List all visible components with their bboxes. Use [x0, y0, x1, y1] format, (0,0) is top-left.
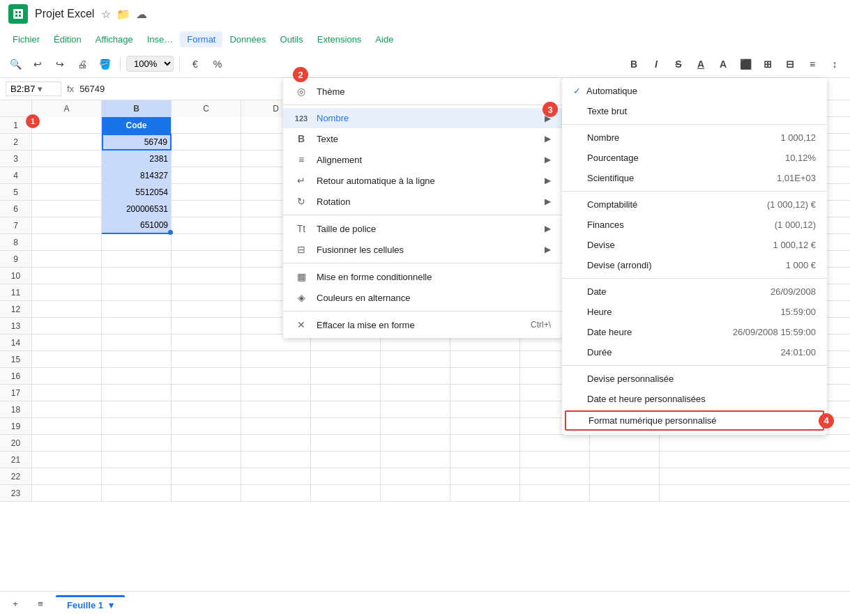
- cell-B2[interactable]: 56749: [102, 134, 172, 151]
- col-header-A[interactable]: A: [32, 100, 102, 117]
- sheet-tab-1[interactable]: Feuille 1 ▾: [56, 595, 125, 613]
- menu-alignement[interactable]: ≡ Alignement ▶: [283, 149, 562, 170]
- menu-rotation[interactable]: ↻ Rotation ▶: [283, 191, 562, 212]
- menu-insertion[interactable]: Inse…: [140, 31, 181, 47]
- submenu-automatique[interactable]: ✓ Automatique: [562, 81, 827, 101]
- search-btn[interactable]: 🔍: [6, 54, 25, 74]
- menu-fusionner[interactable]: ⊟ Fusionner les cellules ▶: [283, 239, 562, 260]
- cell-A2[interactable]: [32, 134, 102, 151]
- cell-A5[interactable]: [32, 184, 102, 201]
- submenu-finances[interactable]: Finances (1 000,12): [562, 215, 827, 235]
- fill-color-btn[interactable]: ⬛: [736, 54, 755, 74]
- folder-icon[interactable]: 📁: [116, 8, 130, 21]
- cell-C1[interactable]: [172, 117, 241, 134]
- submenu-heure[interactable]: Heure 15:59:00: [562, 302, 827, 322]
- cell-C3[interactable]: [172, 151, 241, 167]
- row-number[interactable]: 6: [0, 201, 32, 217]
- cell-C5[interactable]: [172, 184, 241, 201]
- menu-rotation-label: Rotation: [317, 197, 536, 207]
- row-number[interactable]: 2: [0, 134, 32, 150]
- row-number[interactable]: 4: [0, 167, 32, 183]
- submenu-texte-brut[interactable]: Texte brut: [562, 101, 827, 121]
- submenu-pourcentage[interactable]: Pourcentage 10,12%: [562, 148, 827, 168]
- strikethrough-btn[interactable]: S: [669, 54, 688, 74]
- underline-btn[interactable]: A: [691, 54, 711, 74]
- menu-format[interactable]: Format: [180, 31, 222, 47]
- app-icon: [8, 4, 28, 24]
- menu-edition[interactable]: Édition: [47, 31, 89, 47]
- cell-B5[interactable]: 5512054: [102, 184, 172, 201]
- dropdown-icon[interactable]: ▾: [38, 84, 43, 94]
- merge-btn[interactable]: ⊟: [780, 54, 800, 74]
- halign-btn[interactable]: ≡: [803, 54, 822, 74]
- sheet-tab-dropdown[interactable]: ▾: [109, 600, 114, 610]
- texte-arrow: ▶: [545, 134, 551, 144]
- submenu-date-heure[interactable]: Date heure 26/09/2008 15:59:00: [562, 322, 827, 342]
- cell-A7[interactable]: [32, 217, 102, 234]
- row-number[interactable]: 7: [0, 217, 32, 233]
- cell-B3[interactable]: 2381: [102, 151, 172, 167]
- cell-B7[interactable]: 651009: [102, 217, 172, 234]
- menu-retour[interactable]: ↵ Retour automatique à la ligne ▶: [283, 170, 562, 191]
- menu-taille-police[interactable]: Tt Taille de police ▶: [283, 218, 562, 239]
- col-header-C[interactable]: C: [172, 100, 241, 117]
- cloud-icon[interactable]: ☁: [136, 8, 147, 21]
- percent-btn[interactable]: %: [208, 54, 227, 74]
- submenu-duree[interactable]: Durée 24:01:00: [562, 342, 827, 362]
- cell-C4[interactable]: [172, 167, 241, 184]
- row-number[interactable]: 5: [0, 184, 32, 200]
- menu-aide[interactable]: Aide: [368, 31, 400, 47]
- redo-btn[interactable]: ↪: [50, 54, 70, 74]
- menu-fichier[interactable]: Fichier: [6, 31, 47, 47]
- row-number[interactable]: 3: [0, 151, 32, 167]
- menu-texte[interactable]: B Texte ▶: [283, 128, 562, 149]
- submenu-format-numerique[interactable]: 4 Format numérique personnalisé: [565, 410, 824, 431]
- menu-donnees[interactable]: Données: [222, 31, 273, 47]
- table-row: 20: [0, 435, 850, 452]
- cell-C7[interactable]: [172, 217, 241, 234]
- cell-A4[interactable]: [32, 167, 102, 184]
- col-header-B[interactable]: B: [102, 100, 172, 117]
- menu-mise-en-forme-cond[interactable]: ▦ Mise en forme conditionnelle: [283, 266, 562, 287]
- currency-btn[interactable]: €: [185, 54, 205, 74]
- menu-outils[interactable]: Outils: [273, 31, 310, 47]
- submenu-devise-arrondi[interactable]: Devise (arrondi) 1 000 €: [562, 255, 827, 275]
- text-color-btn[interactable]: A: [713, 54, 733, 74]
- submenu-scientifique[interactable]: Scientifique 1,01E+03: [562, 168, 827, 188]
- cell-A3[interactable]: [32, 151, 102, 167]
- cell-B6[interactable]: 200006531: [102, 201, 172, 217]
- menu-theme[interactable]: ◎ Thème: [283, 81, 562, 102]
- menu-effacer[interactable]: ✕ Effacer la mise en forme Ctrl+\: [283, 314, 562, 335]
- print-btn[interactable]: 🖨: [73, 54, 92, 74]
- star-icon[interactable]: ☆: [101, 8, 111, 21]
- cell-B4[interactable]: 814327: [102, 167, 172, 184]
- menu-affichage[interactable]: Affichage: [89, 31, 140, 47]
- submenu-date[interactable]: Date 26/09/2008: [562, 282, 827, 302]
- cell-A1[interactable]: [32, 117, 102, 134]
- submenu-devise-personnalisee[interactable]: Devise personnalisée: [562, 369, 827, 389]
- menu-extensions[interactable]: Extensions: [310, 31, 369, 47]
- paint-btn[interactable]: 🪣: [95, 54, 114, 74]
- submenu-devise[interactable]: Devise 1 000,12 €: [562, 235, 827, 255]
- submenu-comptabilite[interactable]: Comptabilité (1 000,12) €: [562, 194, 827, 215]
- sheets-list-btn[interactable]: ≡: [31, 594, 50, 614]
- italic-btn[interactable]: I: [646, 54, 666, 74]
- cell-C2[interactable]: [172, 134, 241, 151]
- valign-btn[interactable]: ↕: [825, 54, 844, 74]
- menu-texte-label: Texte: [317, 134, 536, 144]
- menu-couleurs-alternance[interactable]: ◈ Couleurs en alternance: [283, 287, 562, 308]
- zoom-select[interactable]: 100%: [126, 56, 174, 72]
- bold-btn[interactable]: B: [624, 54, 644, 74]
- cell-B1[interactable]: Code: [102, 117, 172, 134]
- borders-btn[interactable]: ⊞: [758, 54, 777, 74]
- cell-A6[interactable]: [32, 201, 102, 217]
- add-sheet-btn[interactable]: +: [6, 594, 25, 614]
- menu-fusionner-label: Fusionner les cellules: [317, 245, 536, 255]
- menu-nombre[interactable]: 123 Nombre ▶: [283, 108, 562, 128]
- undo-btn[interactable]: ↩: [28, 54, 47, 74]
- row-number[interactable]: 1 1: [0, 117, 32, 133]
- submenu-nombre[interactable]: Nombre 1 000,12: [562, 128, 827, 148]
- cell-C6[interactable]: [172, 201, 241, 217]
- submenu-date-heure-perso[interactable]: Date et heure personnalisées: [562, 389, 827, 409]
- cell-reference[interactable]: B2:B7 ▾: [6, 82, 61, 96]
